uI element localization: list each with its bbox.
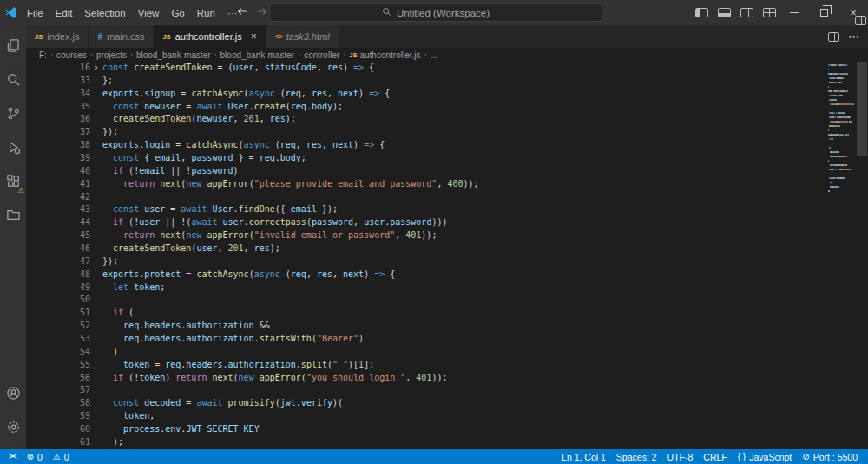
account-icon[interactable] [0, 376, 26, 410]
split-editor-icon[interactable] [828, 32, 839, 42]
line-number[interactable]: 36 [26, 113, 90, 126]
code-line-40[interactable]: 40 if (!email || !password) [26, 165, 826, 178]
line-number[interactable]: 43 [26, 203, 90, 216]
line-number[interactable]: 54 [26, 346, 90, 359]
extensions-icon[interactable]: ⚠ [0, 164, 26, 198]
line-number[interactable]: 57 [26, 384, 90, 397]
menu-edit[interactable]: Edit [49, 0, 79, 25]
minimize-button[interactable] [779, 0, 809, 25]
breadcrumb-item-controller[interactable]: controller [304, 50, 339, 60]
fold-collapsed-icon[interactable]: › [90, 62, 102, 75]
code-line-57[interactable]: 57 [26, 384, 826, 397]
code-line-59[interactable]: 59 token, [26, 410, 826, 423]
tab-main-css[interactable]: #main.css [89, 25, 154, 48]
code-line-43[interactable]: 43 const user = await User.findOne({ ema… [26, 203, 826, 216]
line-number[interactable]: 44 [26, 216, 90, 229]
toggle-secondary-sidebar-icon[interactable] [740, 8, 753, 17]
code-line-42[interactable]: 42 [26, 191, 826, 204]
code-line-60[interactable]: 60 process.env.JWT_SECRET_KEY [26, 423, 826, 436]
code-line-39[interactable]: 39 const { email, password } = req.body; [26, 152, 826, 165]
line-number[interactable]: 47 [26, 255, 90, 268]
status-warnings[interactable]: ⚠0 [48, 449, 75, 464]
command-center-search[interactable]: Untitled (Workspace) [269, 3, 602, 22]
code-line-45[interactable]: 45 return next(new appError("invalid ema… [26, 229, 826, 242]
breadcrumb-item-projects[interactable]: projects [96, 50, 127, 60]
code-line-50[interactable]: 50 [26, 294, 826, 307]
line-number[interactable]: 58 [26, 397, 90, 410]
line-number[interactable]: 39 [26, 152, 90, 165]
source-control-icon[interactable] [0, 96, 26, 130]
status-language[interactable]: { }JavaScript [733, 449, 798, 464]
menu-file[interactable]: File [21, 0, 49, 25]
menu-run[interactable]: Run [191, 0, 221, 25]
minimap[interactable] [827, 62, 856, 449]
breadcrumb-item-blood-bank-master[interactable]: blood_bank-master [220, 50, 295, 60]
line-number[interactable]: 37 [26, 126, 90, 139]
search-icon[interactable] [0, 63, 26, 96]
line-number[interactable]: 50 [26, 294, 90, 307]
code-line-46[interactable]: 46 createSendToken(user, 201, res); [26, 242, 826, 255]
menu-selection[interactable]: Selection [78, 0, 131, 25]
code-line-54[interactable]: 54 ) [26, 346, 826, 359]
status-errors[interactable]: ⊗0 [22, 449, 48, 464]
line-number[interactable]: 45 [26, 229, 90, 242]
menu-view[interactable]: View [132, 0, 166, 25]
tab-task3-html[interactable]: <>task3.html [266, 25, 339, 48]
more-actions-icon[interactable]: ⋯ [848, 30, 859, 43]
toggle-panel-icon[interactable] [718, 8, 731, 17]
code-line-53[interactable]: 53 req.headers.authorization.startsWith(… [26, 333, 826, 346]
line-number[interactable]: 48 [26, 268, 90, 282]
customize-layout-icon[interactable] [763, 8, 776, 17]
toggle-sidebar-icon[interactable] [695, 8, 708, 17]
code-line-34[interactable]: 34exports.signup = catchAsync(async (req… [26, 88, 826, 101]
code-line-52[interactable]: 52 req.headers.authorization && [26, 320, 826, 333]
code-line-37[interactable]: 37}); [26, 126, 826, 139]
code-line-48[interactable]: 48exports.protect = catchAsync(async (re… [26, 268, 826, 282]
code-line-36[interactable]: 36 createSendToken(newuser, 201, res); [26, 113, 826, 126]
breadcrumb-item-more[interactable]: ... [431, 50, 437, 60]
tab-index-js[interactable]: JSindex.js [26, 25, 89, 48]
line-number[interactable]: 33 [26, 75, 90, 88]
line-number[interactable]: 60 [26, 423, 90, 436]
line-number[interactable]: 16 [26, 62, 90, 75]
status-indentation[interactable]: Spaces: 2 [611, 449, 662, 464]
explorer-icon[interactable] [0, 29, 26, 63]
line-number[interactable]: 35 [26, 101, 90, 114]
code-line-38[interactable]: 38exports.login = catchAsync(async (req,… [26, 139, 826, 152]
editor-scrollbar[interactable] [856, 62, 868, 449]
breadcrumb-item-blood-bank-master[interactable]: blood_bank-master [136, 50, 211, 60]
line-number[interactable]: 51 [26, 307, 90, 320]
code-line-49[interactable]: 49 let token; [26, 282, 826, 295]
folders-icon[interactable] [0, 198, 26, 232]
scrollbar-thumb[interactable] [857, 62, 867, 156]
line-number[interactable]: 34 [26, 88, 90, 101]
line-number[interactable]: 42 [26, 191, 90, 204]
menu-go[interactable]: Go [165, 0, 190, 25]
code-line-58[interactable]: 58 const decoded = await promisify(jwt.v… [26, 397, 826, 410]
code-line-55[interactable]: 55 token = req.headers.authorization.spl… [26, 359, 826, 372]
breadcrumb-item-f[interactable]: F: [39, 50, 47, 60]
line-number[interactable]: 40 [26, 165, 90, 178]
line-number[interactable]: 38 [26, 139, 90, 152]
settings-icon[interactable] [0, 410, 26, 444]
code-line-33[interactable]: 33}; [26, 75, 826, 88]
code-line-47[interactable]: 47}); [26, 255, 826, 268]
line-number[interactable]: 59 [26, 410, 90, 423]
back-icon[interactable] [236, 5, 248, 21]
line-number[interactable]: 49 [26, 282, 90, 295]
breadcrumb-item-courses[interactable]: courses [56, 50, 87, 60]
restore-button[interactable] [809, 0, 838, 25]
line-number[interactable]: 46 [26, 242, 90, 255]
editor[interactable]: 16›const createSendToken = (user, status… [26, 62, 868, 449]
line-number[interactable]: 55 [26, 359, 90, 372]
close-tab-icon[interactable]: × [251, 30, 257, 43]
close-window-button[interactable]: × [838, 0, 868, 25]
code-line-61[interactable]: 61 ); [26, 436, 826, 449]
line-number[interactable]: 52 [26, 320, 90, 333]
line-number[interactable]: 41 [26, 178, 90, 191]
code-line-56[interactable]: 56 if (!token) return next(new appError(… [26, 372, 826, 385]
code-line-41[interactable]: 41 return next(new appError("please prov… [26, 178, 826, 191]
line-number[interactable]: 53 [26, 333, 90, 346]
code-line-44[interactable]: 44 if (!user || !(await user.correctpass… [26, 216, 826, 229]
status-eol[interactable]: CRLF [698, 449, 732, 464]
